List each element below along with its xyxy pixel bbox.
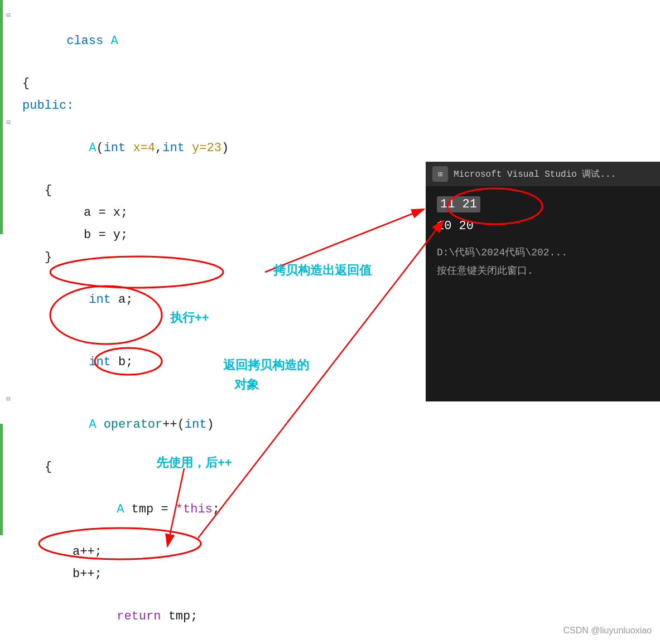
line-content-3: public:: [17, 96, 430, 116]
line-content-9: int a;: [17, 270, 430, 330]
line-content-1: class A: [17, 11, 430, 71]
terminal-line-1: 11 21: [437, 195, 649, 214]
terminal-window: ⊞ Microsoft Visual Studio 调试... 11 21 10…: [426, 162, 660, 401]
line-content-6: a = x;: [17, 203, 430, 223]
line-content-2: {: [17, 74, 430, 94]
collapse-1[interactable]: ⊟: [6, 11, 10, 20]
terminal-line-4: D:\代码\2024代码\202...: [437, 245, 649, 261]
watermark: CSDN @liuyunluoxiao: [563, 626, 652, 636]
line-content-13: A tmp = *this;: [17, 480, 430, 540]
code-line-15: b++;: [0, 563, 430, 585]
annotation-copy-constructor: 拷贝构造出返回值: [273, 262, 372, 279]
code-line-10: int b;: [0, 331, 430, 394]
code-line-1: ⊟ class A: [0, 10, 430, 72]
code-line-14: a++;: [0, 541, 430, 563]
code-editor: ⊟ class A { public: ⊟ A(int x=4,int y=23…: [0, 0, 430, 644]
terminal-body: 11 21 10 20 D:\代码\2024代码\202... 按任意键关闭此窗…: [426, 186, 660, 288]
collapse-4[interactable]: ⊟: [6, 118, 10, 127]
output-highlight-1: 11 21: [437, 196, 480, 212]
code-line-5: {: [0, 180, 430, 202]
green-bar-main: [0, 424, 3, 535]
collapse-11[interactable]: ⊟: [6, 395, 10, 403]
code-line-13: A tmp = *this;: [0, 478, 430, 541]
line-content-16: return tmp;: [17, 587, 430, 644]
line-content-4: A(int x=4,int y=23): [17, 118, 430, 178]
terminal-title-bar: ⊞ Microsoft Visual Studio 调试...: [426, 162, 660, 186]
code-line-3: public:: [0, 95, 430, 117]
terminal-line-5: 按任意键关闭此窗口.: [437, 263, 649, 279]
terminal-title: Microsoft Visual Studio 调试...: [454, 168, 616, 180]
code-line-16: return tmp;: [0, 585, 430, 644]
annotation-return-copy-line1: 返回拷贝构造的: [223, 357, 309, 374]
line-content-7: b = y;: [17, 225, 430, 245]
terminal-icon: ⊞: [432, 166, 448, 182]
line-content-5: {: [17, 181, 430, 201]
code-line-11: ⊟ A operator++(int): [0, 394, 430, 456]
code-line-6: a = x;: [0, 202, 430, 224]
terminal-line-2: 10 20: [437, 216, 649, 236]
code-line-4: ⊟ A(int x=4,int y=23): [0, 117, 430, 180]
annotation-return-copy-line2: 对象: [234, 376, 259, 393]
gutter-11: ⊟: [0, 395, 17, 403]
line-content-15: b++;: [17, 564, 430, 584]
annotation-use-first: 先使用，后++: [156, 454, 232, 471]
line-content-11: A operator++(int): [17, 395, 430, 455]
line-content-14: a++;: [17, 542, 430, 562]
annotation-execute-pp: 执行++: [170, 309, 209, 326]
code-line-7: b = y;: [0, 224, 430, 246]
green-bar-class: [0, 0, 3, 234]
code-line-2: {: [0, 72, 430, 95]
